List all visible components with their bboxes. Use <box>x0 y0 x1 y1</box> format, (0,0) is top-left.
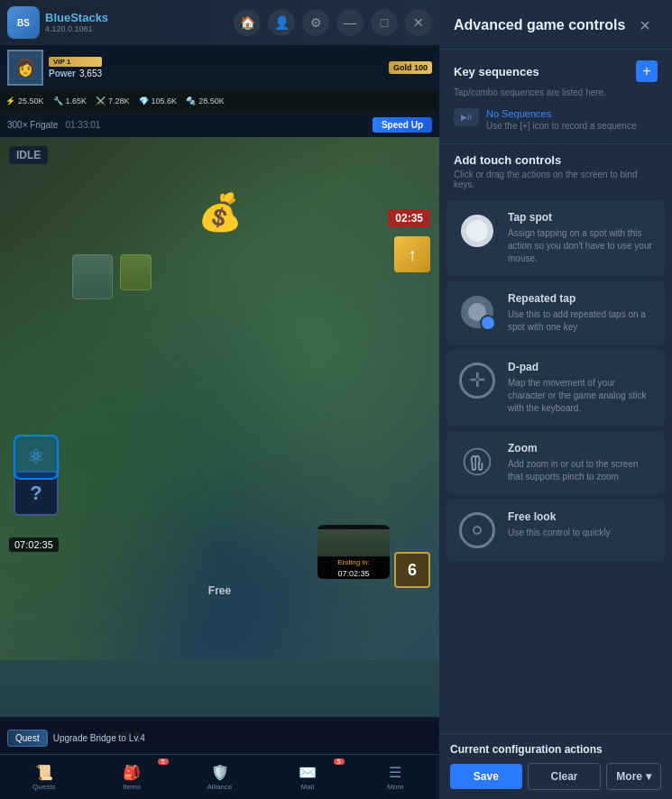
panel-header: Advanced game controls × <box>439 0 672 50</box>
bluestacks-version: 4.120.0.1081 <box>45 24 108 33</box>
power-value: 3,653 <box>79 69 102 78</box>
bluestacks-logo: BS BlueStacks 4.120.0.1081 <box>7 6 108 39</box>
nav-more-label: More <box>387 783 403 791</box>
bottom-left-timer: 07:02:35 <box>9 537 59 552</box>
nav-alliance-label: Alliance <box>207 783 233 791</box>
resource-item: 🔧1.65K <box>53 96 87 106</box>
game-hud: 👩 VIP 1 Power 3,653 Gold 100 <box>0 45 439 90</box>
quest-bar: Quest Upgrade Bridge to Lv.4 <box>0 721 439 754</box>
mail-badge: 5 <box>334 758 345 765</box>
nav-quests[interactable]: 📜 Quests <box>0 755 87 799</box>
resource-item: ⚡25.50K <box>5 96 44 106</box>
nav-items-label: Items <box>123 783 141 791</box>
mission-timer: 01:33:01 <box>65 120 100 130</box>
no-sequences-label: No Sequences <box>486 108 637 119</box>
controls-list: Tap spot Assign tapping on a spot with t… <box>439 195 672 733</box>
top-bar-icons: 🏠 👤 ⚙ — □ ✕ <box>234 9 432 36</box>
close-panel-button[interactable]: × <box>632 13 658 38</box>
resources-row: ⚡25.50K 🔧1.65K ⚔️7.28K 💎105.6K 🔩28.50K <box>0 90 439 112</box>
quests-icon: 📜 <box>35 764 53 781</box>
add-sequence-button[interactable]: + <box>636 60 658 82</box>
sequence-hint: Use the [+] icon to record a sequence <box>486 121 637 131</box>
minimize-icon[interactable]: — <box>336 9 364 36</box>
nav-alliance[interactable]: 🛡️ Alliance <box>176 755 263 799</box>
zoom-card[interactable]: Zoom Add zoom in or out to the screen th… <box>446 431 665 494</box>
tap-spot-card[interactable]: Tap spot Assign tapping on a spot with t… <box>446 200 665 276</box>
touch-controls-desc: Click or drag the actions on the screen … <box>454 170 658 189</box>
react-icon[interactable]: ⚛ <box>14 435 59 480</box>
player-avatar: 👩 <box>7 50 43 86</box>
clear-button[interactable]: Clear <box>528 763 602 790</box>
resource-item: 🔩28.50K <box>186 96 225 106</box>
settings-icon[interactable]: ⚙ <box>302 9 329 36</box>
tap-spot-name: Tap spot <box>508 211 654 224</box>
close-icon[interactable]: ✕ <box>405 9 432 36</box>
sequence-icon: ▶II <box>454 108 479 126</box>
key-sequences-section: Key sequences + Tap/combo sequences are … <box>439 50 672 144</box>
save-button[interactable]: Save <box>450 764 522 789</box>
svg-point-0 <box>465 449 491 475</box>
nav-items[interactable]: 5 🎒 Items <box>87 755 175 799</box>
nav-mail-label: Mail <box>301 783 315 791</box>
no-sequences-row: ▶II No Sequences Use the [+] icon to rec… <box>454 105 658 134</box>
zoom-name: Zoom <box>508 442 654 455</box>
nav-mail[interactable]: 5 ✉️ Mail <box>263 755 351 799</box>
bluestacks-icon: BS <box>7 6 40 39</box>
mission-tag: 300× Frigate <box>7 120 58 130</box>
speed-up-button[interactable]: Speed Up <box>373 117 432 133</box>
arrow-button[interactable]: ↑ <box>394 236 430 272</box>
repeated-tap-card[interactable]: Repeated tap Use this to add repeated ta… <box>446 281 665 344</box>
quest-button[interactable]: Quest <box>7 730 48 747</box>
free-label: Free <box>208 584 231 597</box>
dpad-card[interactable]: ✛ D-pad Map the movement of your charact… <box>446 350 665 426</box>
more-icon: ☰ <box>389 764 401 781</box>
bluestacks-name: BlueStacks <box>45 12 108 24</box>
nav-more[interactable]: ☰ More <box>352 755 439 799</box>
top-bar: BS BlueStacks 4.120.0.1081 🏠 👤 ⚙ — □ ✕ <box>0 0 439 45</box>
freelook-card[interactable]: Free look Use this control to quickly <box>446 500 665 561</box>
key-sequences-title: Key sequences <box>454 65 539 78</box>
config-actions: Current configuration actions Save Clear… <box>439 733 672 799</box>
items-icon: 🎒 <box>123 764 141 781</box>
items-badge: 5 <box>158 758 169 765</box>
freelook-icon <box>457 510 497 550</box>
key-sequences-desc: Tap/combo sequences are listed here. <box>454 87 658 97</box>
repeated-tap-name: Repeated tap <box>508 292 654 305</box>
freelook-name: Free look <box>508 510 654 523</box>
tap-spot-icon <box>457 211 497 251</box>
home-icon[interactable]: 🏠 <box>234 9 261 36</box>
right-panel: Advanced game controls × Key sequences +… <box>439 0 672 799</box>
player-icon[interactable]: 👤 <box>268 9 295 36</box>
bottom-nav: 📜 Quests 5 🎒 Items 🛡️ Alliance 5 ✉️ Mail… <box>0 754 439 799</box>
action-buttons: Save Clear More ▾ <box>450 763 661 790</box>
gold-pile: 💰 <box>198 191 243 234</box>
vip-badge: VIP 1 <box>49 57 102 67</box>
resource-item: ⚔️7.28K <box>96 96 130 106</box>
ending-label: Ending in: <box>318 556 390 568</box>
dpad-icon: ✛ <box>457 361 497 400</box>
panel-title: Advanced game controls <box>454 17 625 33</box>
game-map[interactable]: IDLE 02:35 💰 ↑ ? ⚛ 07:02:35 6 Ending in:… <box>0 137 439 660</box>
resource-item: 💎105.6K <box>139 96 178 106</box>
repeated-tap-icon <box>457 292 497 332</box>
idle-badge: IDLE <box>9 146 48 164</box>
mail-icon: ✉️ <box>299 764 317 781</box>
alliance-icon: 🛡️ <box>211 764 229 781</box>
more-label: More <box>616 770 642 783</box>
zoom-icon <box>457 442 497 482</box>
quest-text: Upgrade Bridge to Lv.4 <box>53 733 145 743</box>
tap-spot-desc: Assign tapping on a spot with this actio… <box>508 227 654 265</box>
nav-quests-label: Quests <box>32 783 55 791</box>
maximize-icon[interactable]: □ <box>371 9 398 36</box>
repeated-tap-desc: Use this to add repeated taps on a spot … <box>508 308 654 334</box>
dpad-desc: Map the movement of your character or th… <box>508 377 654 415</box>
more-button[interactable]: More ▾ <box>606 763 661 790</box>
more-chevron-icon: ▾ <box>646 770 651 783</box>
number-box[interactable]: 6 <box>394 552 430 588</box>
touch-controls-title: Add touch controls <box>454 153 658 167</box>
countdown-timer: 02:35 <box>388 209 430 227</box>
ending-box: Ending in: 07:02:35 <box>318 525 390 579</box>
config-title: Current configuration actions <box>450 743 661 756</box>
power-label: Power <box>49 69 76 78</box>
ending-timer: 07:02:35 <box>318 568 390 579</box>
